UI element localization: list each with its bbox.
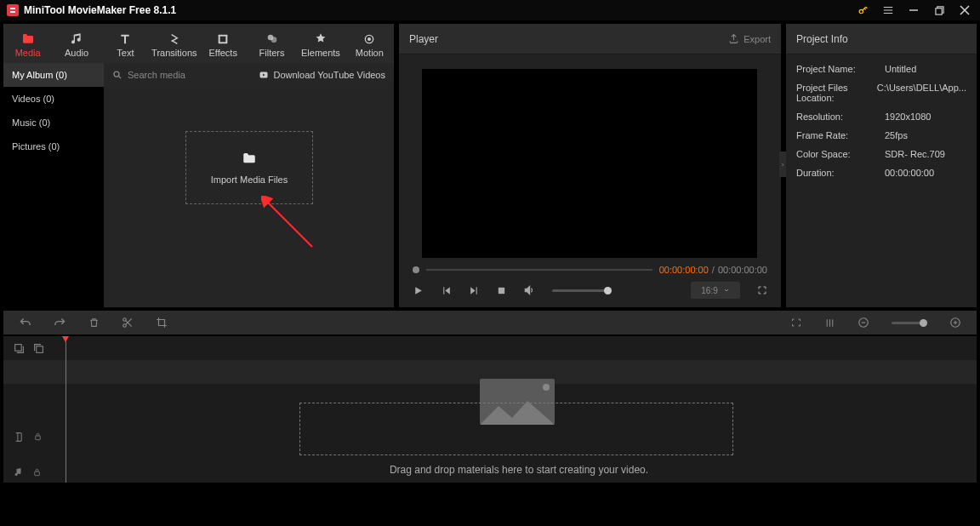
annotation-arrow [261, 196, 329, 255]
media-toolbar: Search media Download YouTube Videos [104, 63, 394, 87]
chevron-down-icon [723, 287, 730, 294]
download-label: Download YouTube Videos [273, 70, 385, 80]
export-label: Export [744, 34, 771, 44]
tab-filters[interactable]: Filters [248, 24, 296, 63]
timeline-dropzone[interactable] [299, 403, 733, 455]
zoom-out-button[interactable] [858, 317, 869, 329]
motion-icon [362, 31, 376, 48]
volume-button[interactable] [523, 284, 535, 296]
export-icon [728, 33, 739, 44]
app-logo [7, 4, 19, 16]
project-info-header: Project Info [786, 24, 977, 54]
zoom-in-button[interactable] [949, 317, 961, 329]
split-button[interactable] [122, 317, 134, 329]
redo-button[interactable] [54, 317, 66, 329]
track-header-video[interactable] [3, 426, 61, 447]
album-pictures[interactable]: Pictures (0) [3, 134, 104, 158]
project-info-title: Project Info [796, 33, 848, 45]
fullscreen-button[interactable] [757, 285, 767, 295]
tab-label: Filters [259, 48, 285, 58]
playhead-dot[interactable] [413, 266, 419, 273]
progress-bar[interactable]: 00:00:00:00 / 00:00:00:00 [399, 263, 781, 277]
album-videos[interactable]: Videos (0) [3, 87, 104, 111]
folder-icon [20, 31, 36, 48]
svg-rect-19 [36, 436, 41, 440]
prev-frame-button[interactable] [441, 285, 452, 296]
download-icon [259, 70, 269, 80]
tab-media[interactable]: Media [3, 24, 52, 63]
download-youtube-button[interactable]: Download YouTube Videos [259, 70, 385, 80]
track-headers [3, 336, 61, 483]
album-my-album[interactable]: My Album (0) [3, 63, 104, 87]
time-sep: / [712, 265, 715, 275]
menu-icon[interactable] [880, 2, 897, 19]
zoom-slider[interactable] [892, 322, 927, 324]
info-row: Frame Rate:25fps [796, 126, 966, 145]
info-row: Project Name:Untitled [796, 60, 966, 78]
delete-button[interactable] [88, 317, 100, 329]
play-button[interactable] [413, 285, 424, 296]
main-tabs: Media Audio Text Transitions Effects Fil… [3, 24, 394, 63]
maximize-icon[interactable] [931, 2, 948, 19]
transitions-icon [168, 31, 181, 48]
project-info-body: Project Name:Untitled Project Files Loca… [786, 54, 977, 187]
music-icon [70, 31, 83, 48]
svg-rect-20 [35, 472, 40, 476]
tab-text[interactable]: Text [101, 24, 150, 63]
app-title: MiniTool MovieMaker Free 8.1.1 [24, 4, 176, 16]
export-button[interactable]: Export [728, 33, 771, 44]
progress-track[interactable] [426, 269, 652, 271]
album-music[interactable]: Music (0) [3, 111, 104, 134]
import-media-button[interactable]: Import Media Files [185, 131, 313, 204]
close-icon[interactable] [956, 2, 973, 19]
tab-audio[interactable]: Audio [52, 24, 100, 63]
tab-label: Text [117, 48, 134, 58]
svg-point-9 [114, 71, 119, 77]
player-controls: 16:9 [399, 277, 781, 307]
timeline-hint: Drag and drop materials here to start cr… [61, 464, 977, 476]
player-header: Player Export [399, 24, 781, 54]
svg-point-8 [368, 38, 371, 41]
svg-point-1 [859, 9, 863, 13]
stop-button[interactable] [497, 286, 506, 295]
folder-icon [240, 151, 259, 166]
elements-icon [314, 31, 328, 48]
collapse-panel-button[interactable]: › [779, 152, 786, 177]
volume-slider[interactable] [552, 289, 612, 292]
undo-button[interactable] [19, 317, 31, 329]
album-sidebar: My Album (0) Videos (0) Music (0) Pictur… [3, 63, 104, 307]
svg-point-14 [123, 324, 127, 328]
svg-rect-17 [15, 344, 22, 351]
crop-button[interactable] [156, 317, 168, 329]
info-row: Duration:00:00:00:00 [796, 163, 966, 182]
svg-rect-18 [37, 346, 43, 352]
tab-elements[interactable]: Elements [296, 24, 345, 63]
track-header-add[interactable] [3, 336, 61, 360]
upgrade-icon[interactable] [854, 2, 871, 19]
timeline-tracks[interactable]: Drag and drop materials here to start cr… [61, 336, 977, 483]
aspect-ratio-select[interactable]: 16:9 [691, 282, 740, 299]
svg-rect-12 [499, 287, 504, 293]
info-row: Resolution:1920x1080 [796, 107, 966, 126]
svg-point-13 [123, 318, 127, 322]
filters-icon [265, 31, 279, 48]
markers-button[interactable] [824, 317, 835, 329]
next-frame-button[interactable] [469, 285, 480, 296]
track-header-audio[interactable] [3, 462, 61, 483]
text-icon [118, 31, 132, 48]
info-row: Color Space:SDR- Rec.709 [796, 145, 966, 163]
tab-motion[interactable]: Motion [345, 24, 394, 63]
tab-label: Effects [208, 48, 236, 58]
search-input[interactable]: Search media [128, 70, 185, 80]
playhead[interactable] [66, 336, 66, 483]
import-label: Import Media Files [211, 174, 288, 185]
preview-canvas[interactable] [422, 69, 757, 258]
fit-button[interactable] [790, 317, 802, 328]
tab-label: Elements [301, 48, 340, 58]
minimize-icon[interactable] [905, 2, 922, 19]
tab-transitions[interactable]: Transitions [150, 24, 198, 63]
tab-effects[interactable]: Effects [199, 24, 248, 63]
svg-point-6 [271, 37, 276, 43]
svg-rect-4 [220, 37, 226, 43]
preview-area [399, 54, 781, 263]
